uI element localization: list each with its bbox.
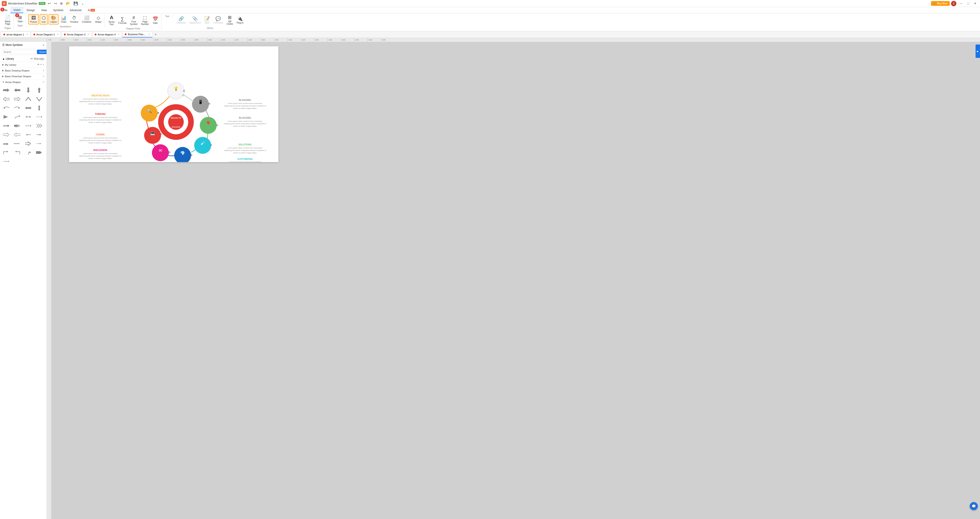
shape-chevron-up[interactable] — [24, 95, 33, 103]
manage-btn[interactable]: ✏ Manage — [30, 57, 45, 60]
shape-arrow-left[interactable] — [13, 86, 22, 94]
vector-text-btn[interactable]: A VectorText — [107, 14, 116, 27]
save-btn[interactable]: 💾 — [72, 1, 79, 6]
redo-btn[interactable]: ↪ — [53, 1, 58, 6]
shape-arrow-curved-right[interactable] — [13, 104, 22, 112]
menu-ai[interactable]: AI hot — [84, 7, 98, 13]
search-button[interactable]: Search — [37, 50, 47, 54]
add-tab-btn[interactable]: + — [153, 32, 158, 37]
shape-bent-arrow-l[interactable] — [13, 149, 22, 157]
shape-chevrons[interactable] — [35, 122, 44, 130]
icon-btn[interactable]: ⬡ Icon — [40, 14, 48, 24]
plugin-btn[interactable]: 🔌 Plug-in — [235, 16, 245, 25]
date-btn[interactable]: 📅 Date — [151, 16, 159, 25]
tab-close-3[interactable]: × — [88, 33, 89, 36]
menu-symbols[interactable]: Symbols — [50, 7, 67, 13]
chat-btn[interactable]: 💬 — [970, 502, 978, 510]
tab-close-5[interactable]: × — [148, 33, 150, 36]
shape-btn[interactable]: ◇ Shape — [94, 15, 103, 24]
shape-double-left-right[interactable] — [24, 113, 33, 121]
comment-btn[interactable]: 💬 Comment — [212, 16, 224, 25]
my-library-add-icon[interactable]: + — [40, 63, 41, 67]
picture-btn[interactable]: 🖼 Picture — [28, 14, 39, 24]
menu-advanced[interactable]: Advanced — [67, 7, 84, 13]
table-btn[interactable]: 2 ⊞ Table — [16, 14, 24, 24]
shape-double-outline-h[interactable] — [24, 140, 33, 148]
shape-small-arrow-r[interactable] — [2, 140, 11, 148]
arrow-shapes-header[interactable]: ▼ Arrow Shapes × — [0, 79, 46, 85]
shape-arrow-down[interactable] — [24, 86, 33, 94]
shape-bent-arrow-r[interactable] — [2, 149, 11, 157]
shape-curved-up-arrow[interactable] — [24, 149, 33, 157]
open-btn[interactable]: 📂 — [65, 1, 72, 6]
shape-small-dots-right[interactable] — [2, 157, 11, 165]
shape-double-arrow-v[interactable] — [35, 104, 44, 112]
blank-page-btn[interactable]: 📄 BlankPage — [3, 14, 12, 26]
shape-arrow-s[interactable] — [13, 113, 22, 121]
menu-design[interactable]: Design — [23, 7, 38, 13]
shape-arrow-small-dots[interactable] — [24, 122, 33, 130]
library-header[interactable]: ▲ Library ✏ Manage — [2, 57, 45, 60]
tab-arrow-diagram-2[interactable]: Arrow Diagram 2 × — [31, 32, 61, 37]
new-btn[interactable]: ⊕ — [59, 1, 64, 6]
basic-flowchart-close[interactable]: × — [43, 75, 45, 78]
shape-arrow-up[interactable] — [35, 86, 44, 94]
my-library-close-icon[interactable]: × — [43, 63, 45, 67]
menu-file[interactable]: 1 File — [0, 7, 11, 13]
font-symbol-btn[interactable]: # FontSymbol — [129, 14, 139, 26]
timeline-btn[interactable]: ⏱ Timeline — [68, 15, 80, 24]
undo-btn[interactable]: ↩ — [47, 1, 52, 6]
ribbon-group-diagram-parts: A VectorText ∑ Formula # FontSymbol ⬚ Pa… — [105, 14, 161, 30]
tab-business-plan[interactable]: Business Plan ... × — [122, 32, 152, 37]
shape-arrow-left-outline[interactable] — [13, 131, 22, 139]
menu-view[interactable]: View — [38, 7, 50, 13]
tab-close-2[interactable]: × — [57, 33, 59, 36]
shape-single-left[interactable] — [24, 131, 33, 139]
container-btn[interactable]: ⬜ Container — [80, 15, 93, 24]
close-btn[interactable]: ✕ — [972, 2, 978, 6]
tab-arrow-diagram-3[interactable]: Arrow Diagram 3 × — [62, 32, 92, 37]
shape-arrow-right-outline2[interactable] — [35, 131, 44, 139]
search-input[interactable] — [2, 50, 36, 54]
shape-chevron-down[interactable] — [35, 95, 44, 103]
attachment-btn[interactable]: 📎 Attachment — [188, 16, 202, 25]
chart-btn[interactable]: 📊 Chart — [59, 15, 68, 24]
clipart-btn[interactable]: 🎨 Clipart — [49, 14, 59, 24]
page-number-btn[interactable]: ⬚ PageNumber — [140, 14, 150, 26]
shape-notched-arrow[interactable] — [2, 113, 11, 121]
hyperlink-btn[interactable]: 🔗 Hyperlink — [175, 16, 187, 25]
shape-small-dotted[interactable] — [13, 140, 22, 148]
right-edge-btn[interactable]: ▶ — [975, 44, 980, 58]
my-library-header[interactable]: ▶ My Library ✏ + × — [0, 62, 46, 67]
shape-arrow-curved-left[interactable] — [2, 104, 11, 112]
shape-arrow-thin[interactable] — [35, 140, 44, 148]
shape-wide-arrow-outline[interactable] — [2, 131, 11, 139]
sidebar-collapse-btn[interactable]: « — [43, 43, 45, 47]
tab-arrow-diagram-4[interactable]: Arrow diagram 4 × — [92, 32, 122, 37]
tab-close-1[interactable]: × — [26, 33, 28, 36]
tab-arrow-diagram-1[interactable]: arrow diagram 1 × — [1, 32, 30, 37]
formula-btn[interactable]: ∑ Formula — [117, 16, 128, 25]
shape-arrow-right2[interactable] — [13, 95, 22, 103]
shape-striped-arrow[interactable] — [2, 122, 11, 130]
qr-codes-btn[interactable]: ⊞ QRCodes — [225, 14, 234, 26]
shape-arrow-left2[interactable] — [2, 95, 11, 103]
canvas-container[interactable]: ROUTE TO SUCCESS 💡 A 🔍 B 💻 C — [51, 42, 980, 167]
my-library-edit-icon[interactable]: ✏ — [37, 63, 40, 67]
basic-drawing-close[interactable]: × — [43, 69, 45, 72]
tab-close-4[interactable]: × — [118, 33, 119, 36]
arrow-shapes-close[interactable]: × — [43, 80, 45, 84]
note-btn[interactable]: 📝 Note — [203, 16, 211, 25]
buy-now-btn[interactable]: 🛒 Buy Now — [931, 1, 950, 6]
shape-arrow-right[interactable] — [2, 86, 11, 94]
menu-insert[interactable]: Insert — [11, 7, 23, 13]
shape-arrow-dashed[interactable] — [35, 113, 44, 121]
shape-double-arrow-h[interactable] — [24, 104, 33, 112]
basic-drawing-shapes-header[interactable]: ▶ Basic Drawing Shapes × — [0, 68, 46, 73]
shape-triple-arrow[interactable] — [13, 122, 22, 130]
shape-pentagon-arrow[interactable] — [35, 149, 44, 157]
maximize-btn[interactable]: □ — [966, 2, 971, 6]
minimize-btn[interactable]: — — [958, 2, 964, 6]
more-btn[interactable]: ⌄ — [80, 1, 85, 6]
basic-flowchart-header[interactable]: ▶ Basic Flowchart Shapes × — [0, 73, 46, 79]
